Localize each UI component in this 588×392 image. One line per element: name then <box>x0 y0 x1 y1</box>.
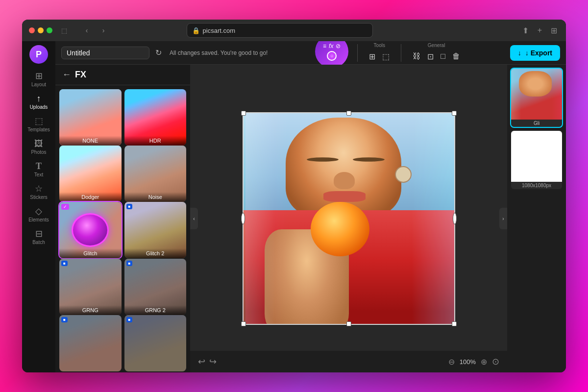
collapse-left-button[interactable]: ‹ <box>190 208 198 229</box>
fx-dodger-label: Dodger <box>59 192 122 202</box>
right-panel: Gli 1080x1080px <box>507 65 566 372</box>
text-label: Text <box>34 172 43 177</box>
sidebar-item-text[interactable]: T Text <box>24 159 53 180</box>
sidebar-item-photos[interactable]: 🖼 Photos <box>24 136 53 158</box>
canvas-area[interactable]: ‹ <box>190 65 507 372</box>
fx-grng-badge: ■ <box>61 261 68 266</box>
fx-none-label: NONE <box>59 136 122 146</box>
layer-size-label: 1080x1080px <box>511 182 562 189</box>
copy-icon[interactable]: ⊡ <box>425 50 436 63</box>
layout-label: Layout <box>31 82 46 87</box>
batch-label: Batch <box>32 240 45 245</box>
zoom-out-button[interactable]: ⊖ <box>447 356 456 368</box>
url-text: picsart.com <box>203 27 235 34</box>
templates-icon: ⬚ <box>35 117 43 125</box>
top-bar: ↻ All changes saved. You're good to go! … <box>55 41 566 65</box>
close-button[interactable] <box>29 27 35 33</box>
main-photo <box>244 113 454 324</box>
project-title-input[interactable] <box>61 47 149 59</box>
sync-button[interactable]: ↻ <box>153 46 164 59</box>
sidebar-item-batch[interactable]: ⊟ Batch <box>24 226 53 248</box>
duplicate-icon[interactable]: □ <box>438 50 448 63</box>
left-nav: P ⊞ Layout ↑ Uploads ⬚ Templates 🖼 Photo… <box>22 41 55 372</box>
general-label: General <box>428 43 445 48</box>
fx-item-more1[interactable]: ■ <box>59 315 122 371</box>
fx-grng-label: GRNG <box>59 305 122 315</box>
app-logo: P <box>29 45 48 64</box>
sidebar-toggle-icon[interactable]: ⬚ <box>57 24 71 37</box>
fx-item-noise[interactable]: Noise <box>124 146 187 202</box>
fx-glitch2-badge: ■ <box>126 204 133 209</box>
sidebar-item-uploads[interactable]: ↑ Uploads <box>24 91 53 113</box>
sidebar-item-layout[interactable]: ⊞ Layout <box>24 69 53 90</box>
fx-panel: ← FX NONE H <box>55 65 190 372</box>
forward-button[interactable]: › <box>97 24 110 37</box>
uploads-icon: ↑ <box>37 94 41 103</box>
fx-grng2-badge: ■ <box>126 261 133 266</box>
url-bar[interactable]: 🔒 picsart.com <box>187 23 373 38</box>
general-toolbar-group: General ⛓ ⊡ □ 🗑 <box>404 43 468 63</box>
fx-glitch-badge: ✓ <box>61 204 69 210</box>
canvas-image-container <box>244 113 454 324</box>
fx-glitch-label: Glitch <box>59 248 122 258</box>
export-button[interactable]: ↓ ↓ Export <box>510 45 560 61</box>
fx-noise-label: Noise <box>124 192 187 202</box>
fx-glitch2-label: Glitch 2 <box>124 248 187 258</box>
fx-item-none[interactable]: NONE <box>59 89 122 146</box>
layer-thumbnail-size[interactable]: 1080x1080px <box>511 131 562 189</box>
app-body: P ⊞ Layout ↑ Uploads ⬚ Templates 🖼 Photo… <box>22 41 566 372</box>
photos-label: Photos <box>31 149 46 155</box>
main-content: ← FX NONE H <box>55 65 566 372</box>
redo-button[interactable]: ↪ <box>209 356 217 367</box>
text-icon: T <box>36 162 42 171</box>
collapse-right-button[interactable]: › <box>499 208 507 229</box>
fx-more2-badge: ■ <box>126 317 133 322</box>
fx-item-hdr[interactable]: HDR <box>124 89 187 146</box>
back-button[interactable]: ‹ <box>80 24 94 37</box>
traffic-lights <box>29 27 52 33</box>
share-icon[interactable]: ⬆ <box>520 24 531 37</box>
fx-more1-badge: ■ <box>61 317 68 322</box>
sidebar-item-stickers[interactable]: ☆ Stickers <box>24 181 53 203</box>
fx-item-glitch[interactable]: ✓ Glitch <box>59 202 122 258</box>
fx-item-grng2[interactable]: ■ GRNG 2 <box>124 259 187 315</box>
grid-icon[interactable]: ⊞ <box>549 24 559 37</box>
link-icon[interactable]: ⛓ <box>410 50 423 63</box>
stickers-label: Stickers <box>30 195 48 200</box>
undo-button[interactable]: ↩ <box>198 356 205 367</box>
minimize-button[interactable] <box>38 27 44 33</box>
maximize-button[interactable] <box>47 27 52 33</box>
templates-label: Templates <box>27 127 50 132</box>
fx-hdr-label: HDR <box>124 136 187 146</box>
fx-header: ← FX <box>55 65 190 85</box>
delete-icon[interactable]: 🗑 <box>450 50 463 63</box>
tools-toolbar-group: Tools ⊞ ⬚ <box>361 43 398 63</box>
tools-label: Tools <box>374 43 385 48</box>
elements-icon: ◇ <box>35 207 42 216</box>
toolbar-divider-2 <box>401 44 401 62</box>
undo-redo-controls: ↩ ↪ <box>198 356 217 367</box>
layer-thumbnail-glitch[interactable]: Gli <box>511 69 562 127</box>
grid-tool-icon[interactable]: ⊞ <box>367 50 378 63</box>
layout-icon: ⊞ <box>35 72 43 80</box>
fx-item-grng[interactable]: ■ GRNG <box>59 259 122 315</box>
export-icon: ↓ <box>518 49 521 57</box>
browser-controls: ‹ › <box>80 24 110 37</box>
new-tab-icon[interactable]: + <box>536 24 544 37</box>
lock-icon: 🔒 <box>192 27 200 34</box>
sidebar-item-templates[interactable]: ⬚ Templates <box>24 114 53 135</box>
sidebar-item-elements[interactable]: ◇ Elements <box>24 204 53 225</box>
fx-item-more2[interactable]: ■ <box>124 315 187 371</box>
canvas-bottom-bar: ↩ ↪ ⊖ 100% ⊕ ⊙ <box>190 351 507 372</box>
browser-chrome: ⬚ ‹ › 🔒 picsart.com ⬆ + ⊞ <box>22 20 566 41</box>
photos-icon: 🖼 <box>34 139 43 148</box>
help-button[interactable]: ⊙ <box>492 356 499 367</box>
uploads-label: Uploads <box>30 104 48 110</box>
fx-item-glitch2[interactable]: ■ Glitch 2 <box>124 202 187 258</box>
fx-back-button[interactable]: ← <box>62 70 71 80</box>
zoom-in-button[interactable]: ⊕ <box>480 356 488 368</box>
fx-panel-title: FX <box>75 70 86 80</box>
saved-message: All changes saved. You're good to go! <box>170 49 268 56</box>
fx-item-dodger[interactable]: Dodger <box>59 146 122 202</box>
crop-tool-icon[interactable]: ⬚ <box>380 50 392 63</box>
